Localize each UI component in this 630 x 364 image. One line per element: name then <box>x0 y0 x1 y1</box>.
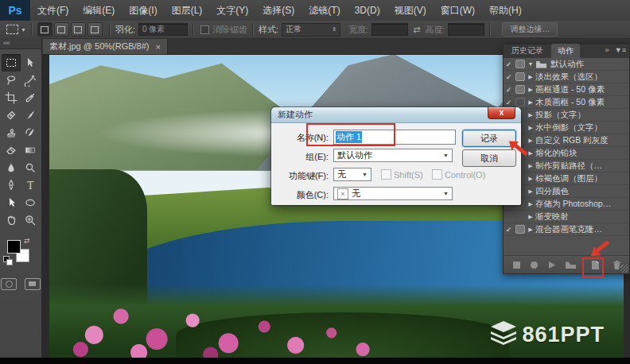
move-tool-icon[interactable] <box>21 54 40 72</box>
type-tool-icon[interactable]: T <box>21 176 40 194</box>
menu-item[interactable]: 选择(S) <box>255 0 301 21</box>
expander-icon[interactable]: ▶ <box>526 112 535 118</box>
record-icon[interactable] <box>530 261 539 269</box>
action-row[interactable]: ▶自定义 RGB 到灰度 <box>504 134 629 147</box>
action-row[interactable]: ▶棕褐色调（图层） <box>504 172 629 185</box>
expander-icon[interactable]: ▶ <box>526 137 535 144</box>
action-row[interactable]: ▶渐变映射 <box>504 211 629 223</box>
expander-icon[interactable]: ▶ <box>526 188 535 195</box>
add-to-selection-button[interactable] <box>54 22 69 37</box>
intersect-selection-button[interactable] <box>88 22 103 37</box>
menu-item[interactable]: 3D(D) <box>348 0 387 21</box>
action-row[interactable]: ▶投影（文字） <box>504 109 629 122</box>
modal-dialog-toggle[interactable] <box>514 72 526 81</box>
brush-tool-icon[interactable] <box>21 106 40 124</box>
action-row[interactable]: ✓▶混合器画笔克隆… <box>504 223 629 236</box>
path-selection-tool-icon[interactable] <box>2 194 21 211</box>
quick-mask-button[interactable] <box>1 278 17 290</box>
modal-dialog-toggle[interactable] <box>514 60 526 68</box>
item-check-toggle[interactable]: ✓ <box>504 73 514 81</box>
collapse-panel-icon[interactable]: » <box>605 46 609 54</box>
swap-colors-icon[interactable]: ⇄ <box>24 237 30 245</box>
menu-item[interactable]: 图像(I) <box>122 0 164 21</box>
panel-menu-icon[interactable]: ▼≡ <box>615 46 626 54</box>
expander-icon[interactable]: ▶ <box>526 87 535 93</box>
pen-tool-icon[interactable] <box>2 176 21 194</box>
action-row[interactable]: ✓▶木质画框 - 50 像素 <box>504 96 629 109</box>
spot-healing-brush-tool-icon[interactable] <box>2 106 21 124</box>
menu-item[interactable]: 文字(Y) <box>209 0 255 21</box>
expander-icon[interactable]: ▶ <box>526 201 535 207</box>
menu-item[interactable]: 滤镜(T) <box>301 0 347 21</box>
lasso-tool-icon[interactable] <box>2 72 21 89</box>
rectangular-marquee-tool-icon[interactable] <box>2 54 21 72</box>
blur-tool-icon[interactable] <box>2 159 21 176</box>
set-dropdown[interactable]: 默认动作▼ <box>333 149 453 162</box>
menu-item[interactable]: 图层(L) <box>165 0 210 21</box>
expander-icon[interactable]: ▶ <box>526 74 535 80</box>
default-colors-icon[interactable] <box>3 256 10 262</box>
dialog-close-button[interactable]: x <box>488 107 515 119</box>
gradient-tool-icon[interactable] <box>21 141 40 159</box>
close-tab-icon[interactable]: × <box>156 42 161 52</box>
subtract-from-selection-button[interactable] <box>71 22 86 37</box>
modal-dialog-toggle[interactable] <box>514 98 526 106</box>
crop-tool-icon[interactable] <box>2 89 21 106</box>
action-set-row[interactable]: ✓▼默认动作 <box>504 58 629 71</box>
expander-icon[interactable]: ▶ <box>526 99 535 106</box>
action-row[interactable]: ▶水中倒影（文字） <box>504 122 629 134</box>
history-brush-tool-icon[interactable] <box>21 124 40 141</box>
foreground-color-swatch[interactable] <box>7 240 21 254</box>
expander-icon[interactable]: ▶ <box>526 125 535 131</box>
anti-alias-checkbox[interactable] <box>200 25 209 34</box>
eyedropper-tool-icon[interactable] <box>21 89 40 106</box>
collapse-tools-icon[interactable]: «« <box>0 38 41 49</box>
quick-selection-tool-icon[interactable] <box>21 72 40 89</box>
width-input[interactable] <box>371 23 408 36</box>
modal-dialog-toggle[interactable] <box>514 85 526 94</box>
document-tab[interactable]: 素材.jpg @ 50%(RGB/8#) × <box>43 38 168 54</box>
action-row[interactable]: ▶存储为 Photoshop… <box>504 198 629 211</box>
dodge-tool-icon[interactable] <box>21 159 40 176</box>
menu-item[interactable]: 文件(F) <box>30 0 76 21</box>
menu-item[interactable]: 窗口(W) <box>434 0 482 21</box>
swap-width-height-icon[interactable]: ⇄ <box>413 25 420 35</box>
color-dropdown[interactable]: × 无 ▼ <box>333 187 453 200</box>
expander-icon[interactable]: ▶ <box>526 163 535 169</box>
style-dropdown[interactable]: 正常⇕ <box>282 23 340 37</box>
play-icon[interactable] <box>547 261 556 269</box>
eraser-tool-icon[interactable] <box>2 141 21 159</box>
feather-input[interactable]: 0 像素 <box>138 23 188 36</box>
tool-preset-picker[interactable]: ▼ <box>6 25 26 34</box>
clone-stamp-tool-icon[interactable] <box>2 124 21 141</box>
new-set-icon[interactable] <box>565 261 577 269</box>
item-check-toggle[interactable]: ✓ <box>504 226 514 234</box>
dialog-titlebar[interactable]: 新建动作 x <box>271 107 521 123</box>
item-check-toggle[interactable]: ✓ <box>504 60 514 68</box>
action-row[interactable]: ✓▶画框通道 - 50 像素 <box>504 83 629 96</box>
control-checkbox[interactable]: Control(O) <box>432 169 485 180</box>
action-row[interactable]: ▶四分颜色 <box>504 185 629 198</box>
new-selection-button[interactable] <box>37 22 52 37</box>
item-check-toggle[interactable]: ✓ <box>504 99 514 106</box>
function-key-dropdown[interactable]: 无▼ <box>333 168 371 181</box>
menu-item[interactable]: 视图(V) <box>387 0 434 21</box>
resize-grip[interactable] <box>620 265 628 273</box>
hand-tool-icon[interactable] <box>2 211 21 229</box>
item-check-toggle[interactable]: ✓ <box>504 86 514 94</box>
action-row[interactable]: ✓▶淡出效果（选区） <box>504 71 629 83</box>
refine-edge-button[interactable]: 调整边缘… <box>502 22 558 37</box>
menu-item[interactable]: 帮助(H) <box>482 0 529 21</box>
action-row[interactable]: ▶制作剪贴路径（… <box>504 160 629 172</box>
modal-dialog-toggle[interactable] <box>514 225 526 234</box>
stop-icon[interactable] <box>512 261 521 269</box>
menu-item[interactable]: 编辑(E) <box>76 0 122 21</box>
panel-tab-actions[interactable]: 动作 <box>551 44 580 58</box>
height-input[interactable] <box>448 23 484 36</box>
expander-icon[interactable]: ▶ <box>526 176 535 182</box>
panel-tab-history[interactable]: 历史记录 <box>505 44 550 58</box>
screen-mode-button[interactable] <box>25 278 41 290</box>
expander-icon[interactable]: ▶ <box>526 227 535 233</box>
ellipse-shape-tool-icon[interactable] <box>21 194 40 211</box>
zoom-tool-icon[interactable] <box>21 211 40 229</box>
